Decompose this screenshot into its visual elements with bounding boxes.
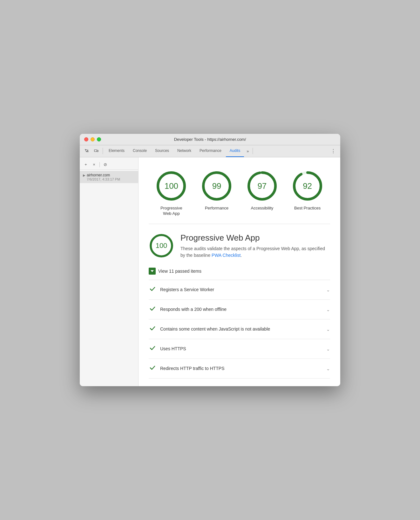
score-circle-performance: 99 bbox=[201, 170, 233, 202]
audit-item-https[interactable]: Uses HTTPS ⌄ bbox=[149, 339, 330, 359]
audit-expand-icon-0: ⌄ bbox=[326, 287, 330, 292]
audit-expand-icon-1: ⌄ bbox=[326, 307, 330, 312]
devtools-menu-button[interactable]: ⋮ bbox=[329, 147, 338, 155]
scores-row: 100 Progressive Web App 99 Performance bbox=[149, 165, 330, 224]
pwa-title: Progressive Web App bbox=[180, 233, 330, 243]
pwa-score-value: 100 bbox=[156, 242, 167, 250]
svg-rect-1 bbox=[97, 150, 98, 152]
titlebar: Developer Tools - https://airhorner.com/ bbox=[80, 134, 340, 145]
score-best-practices: 92 Best Practices bbox=[292, 170, 323, 216]
score-value-performance: 99 bbox=[212, 181, 221, 191]
passed-toggle-icon bbox=[149, 268, 156, 275]
audit-expand-icon-2: ⌄ bbox=[326, 327, 330, 332]
sidebar-toolbar: + × ⊘ bbox=[80, 160, 138, 170]
audit-item-no-js[interactable]: Contains some content when JavaScript is… bbox=[149, 319, 330, 339]
tab-audits[interactable]: Audits bbox=[226, 145, 244, 157]
traffic-lights bbox=[84, 137, 101, 141]
score-value-best-practices: 92 bbox=[303, 181, 312, 191]
audit-item-service-worker[interactable]: Registers a Service Worker ⌄ bbox=[149, 280, 330, 300]
score-label-best-practices: Best Practices bbox=[294, 206, 321, 211]
minimize-button[interactable] bbox=[91, 137, 95, 141]
score-label-accessibility: Accessibility bbox=[251, 206, 273, 211]
audit-expand-icon-4: ⌄ bbox=[326, 366, 330, 371]
audit-item-offline[interactable]: Responds with a 200 when offline ⌄ bbox=[149, 300, 330, 319]
audit-label-1: Responds with a 200 when offline bbox=[160, 306, 322, 313]
tab-elements[interactable]: Elements bbox=[105, 145, 128, 157]
audit-date: 7/6/2017, 4:33:17 PM bbox=[87, 177, 120, 181]
audit-list: Registers a Service Worker ⌄ Responds wi… bbox=[149, 280, 330, 379]
main-area: + × ⊘ ▶ airhorner.com 7/6/2017, 4:33:17 … bbox=[80, 157, 340, 387]
passed-toggle-label: View 11 passed items bbox=[158, 269, 201, 274]
score-label-performance: Performance bbox=[205, 206, 228, 211]
audit-check-icon-4 bbox=[149, 364, 156, 373]
more-tabs-button[interactable]: » bbox=[245, 147, 251, 155]
audit-item-redirect[interactable]: Redirects HTTP traffic to HTTPS ⌄ bbox=[149, 359, 330, 379]
block-requests-button[interactable]: ⊘ bbox=[102, 161, 109, 168]
score-circle-best-practices: 92 bbox=[292, 170, 323, 202]
audit-check-icon-0 bbox=[149, 285, 156, 294]
audit-label-4: Redirects HTTP traffic to HTTPS bbox=[160, 366, 322, 372]
close-button[interactable] bbox=[84, 137, 88, 141]
pwa-description: These audits validate the aspects of a P… bbox=[180, 245, 330, 259]
score-value-accessibility: 97 bbox=[257, 181, 267, 191]
toolbar-divider-1 bbox=[103, 148, 103, 154]
toolbar-divider-2 bbox=[253, 148, 253, 154]
audit-check-icon-2 bbox=[149, 325, 156, 334]
devtools-window: Developer Tools - https://airhorner.com/… bbox=[80, 134, 340, 387]
svg-marker-12 bbox=[151, 270, 154, 272]
score-circle-pwa: 100 bbox=[155, 170, 187, 202]
tab-sources[interactable]: Sources bbox=[151, 145, 173, 157]
score-pwa: 100 Progressive Web App bbox=[155, 170, 187, 216]
audit-content: 100 Progressive Web App 99 Performance bbox=[139, 157, 340, 387]
passed-items-toggle[interactable]: View 11 passed items bbox=[149, 268, 330, 275]
audit-check-icon-3 bbox=[149, 344, 156, 353]
svg-rect-0 bbox=[94, 150, 97, 152]
window-title: Developer Tools - https://airhorner.com/ bbox=[174, 137, 246, 142]
inspect-icon[interactable] bbox=[82, 147, 91, 155]
tab-console[interactable]: Console bbox=[129, 145, 151, 157]
remove-audit-button[interactable]: × bbox=[91, 161, 98, 168]
pwa-checklist-link[interactable]: PWA Checklist bbox=[212, 253, 240, 258]
audit-expand-icon-3: ⌄ bbox=[326, 346, 330, 352]
audit-check-icon-1 bbox=[149, 305, 156, 314]
audit-label-2: Contains some content when JavaScript is… bbox=[160, 326, 322, 332]
pwa-text-block: Progressive Web App These audits validat… bbox=[180, 233, 330, 259]
pwa-score-circle: 100 bbox=[149, 233, 174, 258]
sidebar-arrow-icon: ▶ bbox=[83, 174, 85, 177]
audit-site-name: airhorner.com bbox=[87, 173, 120, 177]
audit-label-0: Registers a Service Worker bbox=[160, 287, 322, 293]
audit-label-3: Uses HTTPS bbox=[160, 346, 322, 352]
score-accessibility: 97 Accessibility bbox=[246, 170, 278, 216]
tab-performance[interactable]: Performance bbox=[196, 145, 225, 157]
score-performance: 99 Performance bbox=[201, 170, 233, 216]
pwa-section: 100 Progressive Web App These audits val… bbox=[149, 233, 330, 259]
devtools-toolbar: Elements Console Sources Network Perform… bbox=[80, 145, 340, 157]
sidebar-item-content: airhorner.com 7/6/2017, 4:33:17 PM bbox=[87, 173, 120, 181]
score-circle-accessibility: 97 bbox=[246, 170, 278, 202]
tab-network[interactable]: Network bbox=[173, 145, 195, 157]
sidebar-divider bbox=[99, 162, 100, 167]
score-label-pwa: Progressive Web App bbox=[157, 206, 186, 216]
audit-history-item[interactable]: ▶ airhorner.com 7/6/2017, 4:33:17 PM bbox=[80, 171, 138, 183]
device-toggle-icon[interactable] bbox=[92, 147, 101, 155]
add-audit-button[interactable]: + bbox=[82, 161, 89, 168]
score-value-pwa: 100 bbox=[165, 181, 178, 191]
sidebar: + × ⊘ ▶ airhorner.com 7/6/2017, 4:33:17 … bbox=[80, 157, 139, 387]
maximize-button[interactable] bbox=[97, 137, 101, 141]
